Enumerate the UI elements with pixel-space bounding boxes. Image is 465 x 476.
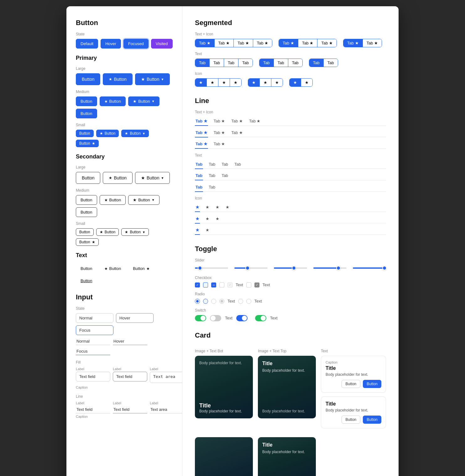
radio-unchecked-3[interactable]: [246, 299, 251, 304]
text-btn-underline[interactable]: Button: [76, 276, 97, 286]
card-2-btn-filled[interactable]: Button: [363, 416, 381, 424]
line-t-5[interactable]: Tab: [195, 171, 203, 180]
seg-tab-1-3[interactable]: Tab ★: [234, 39, 253, 47]
slider-2[interactable]: [234, 265, 268, 271]
primary-sm-icon-btn[interactable]: ★ Button: [96, 130, 119, 137]
seg-icon-3-2[interactable]: ★: [301, 79, 312, 86]
checkbox-unchecked-2[interactable]: [246, 282, 251, 287]
slider-3[interactable]: [274, 265, 307, 271]
sec-sm-extra-btn[interactable]: Button ★: [76, 238, 99, 246]
checkbox-indeterminate[interactable]: −: [211, 282, 216, 287]
seg-tab-2-2[interactable]: Tab ★: [298, 39, 318, 47]
sec-sm-icon-btn[interactable]: ★ Button: [96, 228, 119, 236]
sec-md-icon-right-btn[interactable]: ★ Button ▼: [128, 195, 159, 205]
radio-unchecked-2[interactable]: [238, 299, 243, 304]
visited-btn[interactable]: Visited: [151, 39, 173, 49]
primary-lg-icon-right-btn[interactable]: ★ Button ▼: [135, 73, 170, 85]
line-t-7[interactable]: Tab: [221, 171, 229, 180]
switch-off[interactable]: [210, 315, 221, 321]
switch-on-green[interactable]: [195, 315, 206, 321]
sec-md-btn[interactable]: Button: [76, 195, 97, 205]
seg-icon-3-1[interactable]: ★: [290, 79, 301, 86]
seg-text-1-4[interactable]: Tab: [238, 59, 253, 67]
line-ic-5[interactable]: ★: [195, 215, 200, 224]
checkbox-checked[interactable]: ✓: [195, 282, 200, 287]
line-ic-8[interactable]: ★: [195, 226, 200, 235]
fill-textfield-1[interactable]: [76, 372, 110, 381]
line-ic-4[interactable]: ★: [225, 203, 230, 212]
seg-text-2-2[interactable]: Tab: [274, 59, 288, 67]
seg-icon-2-2[interactable]: ★: [260, 79, 271, 86]
line-textarea[interactable]: [150, 406, 182, 413]
seg-text-3-2[interactable]: Tab: [324, 59, 338, 67]
radio-disabled-checked[interactable]: [219, 299, 224, 304]
line-t-4[interactable]: Tab: [234, 160, 242, 169]
underline-normal-input[interactable]: [76, 338, 110, 345]
line-ic-6[interactable]: ★: [205, 215, 210, 224]
line-t-2[interactable]: Tab: [208, 160, 216, 169]
seg-text-1-2[interactable]: Tab: [210, 59, 224, 67]
seg-tab-3-2[interactable]: Tab ★: [363, 39, 382, 47]
sec-md-icon-btn[interactable]: ★ Button: [100, 195, 126, 205]
line-t-6[interactable]: Tab: [208, 171, 216, 180]
seg-tab-1-2[interactable]: Tab ★: [215, 39, 234, 47]
primary-sm-icon-right-btn[interactable]: ★ Button ▼: [121, 130, 149, 137]
seg-text-2-3[interactable]: Tab: [288, 59, 302, 67]
switch-on-blue[interactable]: [236, 315, 248, 321]
switch-on-green-2[interactable]: [255, 315, 266, 321]
line-ti-4[interactable]: Tab ★: [248, 117, 261, 126]
radio-unchecked[interactable]: [211, 299, 216, 304]
seg-icon-1-2[interactable]: ★: [207, 79, 218, 86]
focused-btn[interactable]: Focused: [123, 39, 149, 49]
checkbox-hover[interactable]: [203, 282, 208, 287]
hover-input[interactable]: [116, 313, 154, 323]
sec-lg-icon-right-btn[interactable]: ★ Button ▼: [135, 172, 170, 184]
line-ic-2[interactable]: ★: [205, 203, 210, 212]
line-ic-7[interactable]: ★: [215, 215, 220, 224]
fill-textfield-2[interactable]: [113, 372, 147, 381]
line-ti-2[interactable]: Tab ★: [213, 117, 226, 126]
primary-md-extra-btn[interactable]: Button: [76, 109, 97, 118]
checkbox-disabled[interactable]: ✓: [227, 282, 232, 287]
seg-tab-3-1[interactable]: Tab ★: [343, 39, 363, 47]
primary-lg-icon-btn[interactable]: ★ Button: [103, 73, 132, 85]
default-btn[interactable]: Default: [76, 39, 98, 49]
line-t-8[interactable]: Tab: [195, 183, 203, 192]
line-ic-3[interactable]: ★: [215, 203, 220, 212]
seg-tab-2-1[interactable]: Tab ★: [279, 39, 298, 47]
primary-lg-btn[interactable]: Button: [76, 73, 100, 85]
line-t-1[interactable]: Tab: [195, 160, 203, 169]
slider-1[interactable]: [195, 265, 228, 271]
slider-4[interactable]: [313, 265, 347, 271]
primary-md-icon-btn[interactable]: ★ Button: [100, 96, 126, 106]
seg-icon-2-3[interactable]: ★: [271, 79, 283, 86]
line-ti-6[interactable]: Tab ★: [213, 128, 226, 137]
fill-textarea[interactable]: Text area: [150, 372, 182, 383]
seg-text-3-1[interactable]: Tab: [309, 59, 324, 67]
text-btn-plain[interactable]: Button: [76, 264, 97, 273]
seg-tab-1-1[interactable]: Tab ★: [195, 39, 215, 47]
seg-text-1-3[interactable]: Tab: [224, 59, 238, 67]
line-ti-9[interactable]: Tab ★: [213, 140, 226, 149]
seg-icon-1-4[interactable]: ★: [230, 79, 241, 86]
seg-icon-1-1[interactable]: ★: [195, 79, 207, 86]
primary-md-btn[interactable]: Button: [76, 96, 97, 106]
seg-icon-1-3[interactable]: ★: [218, 79, 230, 86]
seg-text-1-1[interactable]: Tab: [195, 59, 210, 67]
card-1-btn-outline[interactable]: Button: [342, 380, 361, 388]
line-textfield-1[interactable]: [76, 406, 110, 413]
hover-btn[interactable]: Hover: [101, 39, 121, 49]
line-ic-9[interactable]: ★: [205, 226, 210, 235]
text-btn-icon[interactable]: ★ Button: [100, 264, 126, 273]
primary-sm-btn[interactable]: Button: [76, 130, 94, 137]
sec-lg-btn[interactable]: Button: [76, 172, 100, 184]
checkbox-checked-2[interactable]: ✓: [254, 282, 259, 287]
primary-sm-extra-btn[interactable]: Button ★: [76, 140, 99, 147]
normal-input[interactable]: [76, 313, 113, 323]
focus-input[interactable]: [76, 325, 113, 335]
seg-tab-2-3[interactable]: Tab ★: [317, 39, 337, 47]
underline-hover-input[interactable]: [113, 338, 147, 345]
radio-hover[interactable]: [203, 299, 208, 304]
sec-md-extra-btn[interactable]: Button: [76, 207, 97, 217]
slider-5[interactable]: [353, 265, 386, 271]
